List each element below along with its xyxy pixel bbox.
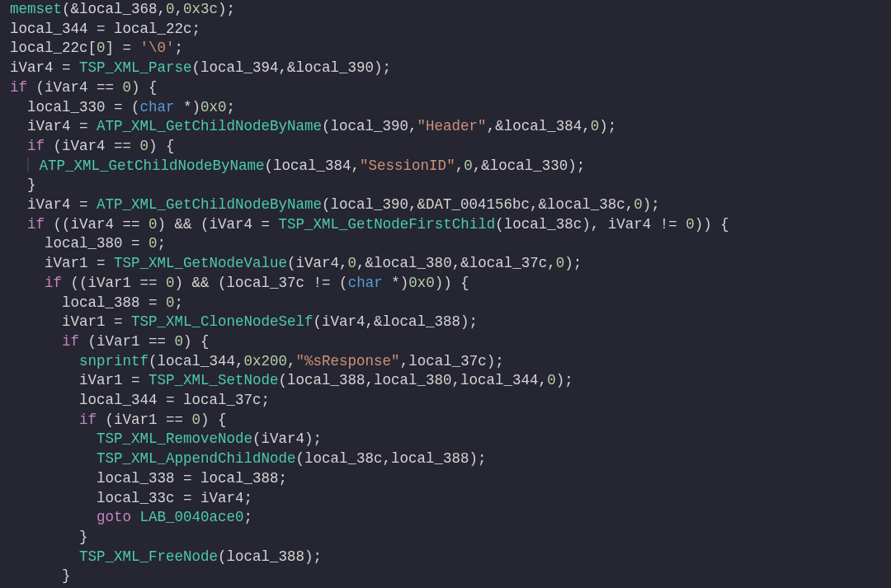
code-line[interactable]: iVar4 = ATP_XML_GetChildNodeByName(local…	[10, 196, 660, 213]
code-token: (iVar4 ==	[27, 79, 123, 96]
code-token: 0	[166, 294, 175, 311]
code-token: (iVar4,&local_388);	[314, 313, 478, 330]
code-token: ,&local_380,&local_37c,	[356, 255, 556, 271]
code-line[interactable]: iVar4 = ATP_XML_GetChildNodeByName(local…	[10, 118, 616, 134]
code-token: 0	[175, 333, 184, 350]
code-token: ,	[455, 158, 464, 174]
code-line[interactable]: local_338 = local_388;	[10, 470, 287, 487]
code-token: 0	[166, 1, 175, 17]
code-token: (local_38c), iVar4 !=	[495, 216, 686, 233]
code-line[interactable]: }	[10, 529, 88, 545]
code-line[interactable]: }	[10, 176, 36, 193]
code-token: 0	[634, 196, 643, 213]
code-line[interactable]: local_33c = iVar4;	[10, 490, 252, 506]
code-token: local_344 = local_37c;	[79, 392, 270, 408]
code-line[interactable]: ATP_XML_GetChildNodeByName(local_384,"Se…	[10, 158, 585, 174]
code-line[interactable]: local_344 = local_22c;	[10, 21, 200, 37]
code-token: (local_390,&DAT_004156bc,&local_38c,	[322, 196, 634, 213]
code-token: ((iVar4 ==	[45, 216, 148, 233]
decompiled-code-view[interactable]: memset(&local_368,0,0x3c); local_344 = l…	[0, 0, 891, 586]
code-token: iVar1 =	[79, 372, 148, 388]
code-token: ) {	[200, 412, 227, 428]
code-line[interactable]: iVar1 = TSP_XML_CloneNodeSelf(iVar4,&loc…	[10, 313, 478, 330]
code-token: 0x200	[244, 353, 288, 369]
code-token: );	[643, 196, 660, 213]
code-token: 0	[97, 40, 106, 56]
code-token: if	[27, 216, 45, 233]
code-token: ATP_XML_GetChildNodeByName	[97, 118, 322, 134]
code-token: ;	[227, 99, 236, 115]
code-token: iVar4 =	[27, 118, 97, 134]
code-token: 0x0	[408, 275, 435, 291]
code-line[interactable]: snprintf(local_344,0x200,"%sResponse",lo…	[10, 353, 504, 369]
code-line[interactable]: }	[10, 567, 71, 584]
code-token: ,	[175, 1, 184, 17]
code-token: local_344 = local_22c;	[10, 21, 200, 37]
code-line[interactable]: TSP_XML_RemoveNode(iVar4);	[10, 430, 322, 447]
code-token: TSP_XML_Parse	[79, 59, 192, 76]
code-line[interactable]: if (iVar1 == 0) {	[10, 333, 210, 350]
code-token: '\0'	[140, 40, 175, 56]
code-token: ;	[244, 509, 253, 525]
code-token: memset	[10, 1, 62, 17]
code-token: }	[79, 529, 88, 545]
code-line[interactable]: if ((iVar1 == 0) && (local_37c != (char …	[10, 275, 469, 291]
code-token: 0	[123, 79, 132, 96]
code-token: 0	[148, 216, 158, 233]
code-token: TSP_XML_RemoveNode	[97, 430, 252, 447]
code-token: ) {	[183, 333, 210, 350]
code-token: ] =	[106, 40, 140, 56]
code-token: ((iVar1 ==	[62, 275, 166, 291]
code-token: if	[45, 275, 62, 291]
code-line[interactable]: memset(&local_368,0,0x3c);	[10, 1, 235, 17]
code-token: ) && (iVar4 =	[158, 216, 279, 233]
code-token: 0	[148, 235, 158, 252]
code-line[interactable]: local_344 = local_37c;	[10, 392, 270, 408]
code-token: (iVar4 ==	[45, 138, 140, 154]
code-token: 0	[591, 118, 600, 134]
code-token: if	[62, 333, 79, 350]
code-token: (local_388,local_380,local_344,	[279, 372, 548, 388]
code-token: ) {	[131, 79, 158, 96]
code-token	[131, 509, 140, 525]
code-line[interactable]: if (iVar4 == 0) {	[10, 138, 175, 154]
code-line[interactable]: if (iVar1 == 0) {	[10, 412, 227, 428]
code-line[interactable]: if (iVar4 == 0) {	[10, 79, 158, 96]
code-token: if	[79, 412, 97, 428]
code-token: 0	[556, 255, 565, 271]
code-token: (local_388);	[218, 548, 322, 565]
code-token: iVar1 =	[62, 313, 131, 330]
code-line[interactable]: goto LAB_0040ace0;	[10, 509, 252, 525]
code-line[interactable]: iVar4 = TSP_XML_Parse(local_394,&local_3…	[10, 59, 391, 76]
code-token: ATP_XML_GetChildNodeByName	[97, 196, 322, 213]
code-line[interactable]: TSP_XML_AppendChildNode(local_38c,local_…	[10, 450, 487, 467]
code-line[interactable]: TSP_XML_FreeNode(local_388);	[10, 548, 322, 565]
code-line[interactable]: local_330 = (char *)0x0;	[10, 99, 235, 115]
code-token: TSP_XML_FreeNode	[79, 548, 218, 565]
code-token: 0	[464, 158, 473, 174]
code-token: 0	[348, 255, 357, 271]
code-line[interactable]: local_22c[0] = '\0';	[10, 40, 183, 56]
code-token: iVar4 =	[10, 59, 79, 76]
code-token: snprintf	[79, 353, 148, 369]
code-token: TSP_XML_CloneNodeSelf	[131, 313, 314, 330]
code-token: "%sResponse"	[296, 353, 400, 369]
code-token: ,&local_330);	[473, 158, 586, 174]
code-token: TSP_XML_AppendChildNode	[97, 450, 296, 467]
code-line[interactable]: if ((iVar4 == 0) && (iVar4 = TSP_XML_Get…	[10, 216, 729, 233]
code-token: (iVar4);	[252, 430, 322, 447]
code-line[interactable]: iVar1 = TSP_XML_SetNode(local_388,local_…	[10, 372, 573, 388]
code-token: local_338 = local_388;	[97, 470, 287, 487]
code-token: );	[556, 372, 573, 388]
code-line[interactable]: iVar1 = TSP_XML_GetNodeValue(iVar4,0,&lo…	[10, 255, 582, 271]
code-line[interactable]: local_388 = 0;	[10, 294, 183, 311]
code-token: local_33c = iVar4;	[97, 490, 252, 506]
code-token: (local_344,	[148, 353, 244, 369]
code-token: 0	[547, 372, 556, 388]
code-token: (local_38c,local_388);	[296, 450, 487, 467]
code-token: (iVar1 ==	[79, 333, 175, 350]
code-token: }	[62, 567, 71, 584]
code-token: ,local_37c);	[400, 353, 504, 369]
code-line[interactable]: local_380 = 0;	[10, 235, 166, 252]
code-token: iVar1 =	[45, 255, 114, 271]
